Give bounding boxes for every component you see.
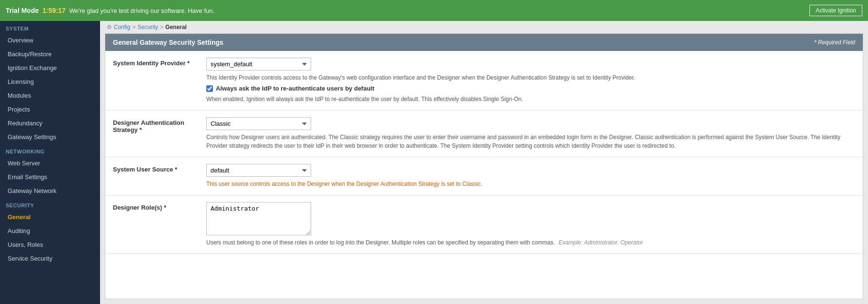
- form-card: General Gateway Security Settings * Requ…: [105, 33, 863, 299]
- checkbox-idp-label: Always ask the IdP to re-authenticate us…: [216, 85, 374, 92]
- form-title: General Gateway Security Settings: [113, 39, 223, 46]
- label-identity-provider: System Identity Provider *: [113, 58, 199, 67]
- form-card-header: General Gateway Security Settings * Requ…: [105, 34, 863, 51]
- checkbox-idp-reauth[interactable]: [206, 85, 213, 92]
- breadcrumb-sep1: >: [132, 24, 136, 30]
- breadcrumb: ⚙ Config > Security > General: [100, 21, 868, 33]
- breadcrumb-config[interactable]: Config: [114, 24, 131, 30]
- activate-ignition-button[interactable]: Activate Ignition: [809, 5, 862, 16]
- select-designer-auth[interactable]: Classic Identity Provider: [206, 117, 311, 130]
- sidebar-item-backup-restore[interactable]: Backup/Restore: [0, 47, 100, 61]
- desc-user-source: This user source controls access to the …: [206, 180, 855, 188]
- form-row-designer-roles: Designer Role(s) * Administrator Users m…: [105, 195, 863, 254]
- sidebar-item-general[interactable]: General: [0, 210, 100, 224]
- sidebar-item-email-settings[interactable]: Email Settings: [0, 170, 100, 184]
- content-area: ⚙ Config > Security > General General Ga…: [100, 21, 868, 304]
- sidebar-item-overview[interactable]: Overview: [0, 33, 100, 47]
- sidebar-item-auditing[interactable]: Auditing: [0, 224, 100, 238]
- desc-identity-provider: This Identity Provider controls access t…: [206, 73, 855, 82]
- sidebar-item-service-security[interactable]: Service Security: [0, 252, 100, 265]
- content-identity-provider: system_default default This Identity Pro…: [206, 58, 855, 103]
- checkbox-row-idp: Always ask the IdP to re-authenticate us…: [206, 85, 855, 92]
- form-row-identity-provider: System Identity Provider * system_defaul…: [105, 51, 863, 111]
- sidebar-item-modules[interactable]: Modules: [0, 89, 100, 102]
- sidebar-section-networking: NETWORKING: [0, 144, 100, 156]
- content-designer-roles: Administrator Users must belong to one o…: [206, 202, 855, 247]
- form-row-designer-auth: Designer Authentication Strategy * Class…: [105, 111, 863, 157]
- sidebar-item-users-roles[interactable]: Users, Roles: [0, 238, 100, 252]
- label-user-source: System User Source *: [113, 164, 199, 173]
- sidebar-item-redundancy[interactable]: Redundancy: [0, 116, 100, 130]
- sidebar-item-projects[interactable]: Projects: [0, 102, 100, 116]
- label-designer-roles: Designer Role(s) *: [113, 202, 199, 211]
- example-roles: Example: Administrator, Operator: [559, 239, 643, 246]
- sidebar: SYSTEM Overview Backup/Restore Ignition …: [0, 21, 100, 304]
- sidebar-item-gateway-settings[interactable]: Gateway Settings: [0, 130, 100, 144]
- breadcrumb-sep2: >: [160, 24, 163, 30]
- select-identity-provider[interactable]: system_default default: [206, 58, 311, 71]
- desc-designer-roles: Users must belong to one of these roles …: [206, 238, 555, 247]
- sidebar-item-licensing[interactable]: Licensing: [0, 75, 100, 89]
- sidebar-item-web-server[interactable]: Web Server: [0, 156, 100, 170]
- content-user-source: default This user source controls access…: [206, 164, 855, 188]
- content-designer-auth: Classic Identity Provider Controls how D…: [206, 117, 855, 150]
- breadcrumb-current: General: [165, 24, 187, 30]
- select-user-source[interactable]: default: [206, 164, 311, 177]
- trial-bar: Trial Mode 1:59:17 We're glad you're tes…: [0, 0, 868, 21]
- breadcrumb-security[interactable]: Security: [138, 24, 158, 30]
- desc-designer-auth: Controls how Designer users are authenti…: [206, 133, 855, 150]
- trial-mode-label: Trial Mode: [6, 7, 39, 14]
- main-layout: SYSTEM Overview Backup/Restore Ignition …: [0, 21, 868, 304]
- sidebar-section-security: SECURITY: [0, 198, 100, 210]
- textarea-designer-roles[interactable]: Administrator: [206, 202, 311, 235]
- desc-idp-checkbox: When enabled, Ignition will always ask t…: [206, 95, 855, 103]
- sidebar-item-gateway-network[interactable]: Gateway Network: [0, 184, 100, 198]
- sidebar-section-system: SYSTEM: [0, 21, 100, 33]
- form-row-user-source: System User Source * default This user s…: [105, 157, 863, 195]
- trial-message: We're glad you're test driving our softw…: [70, 7, 806, 14]
- trial-timer: 1:59:17: [42, 7, 65, 14]
- gear-icon: ⚙: [107, 24, 112, 30]
- sidebar-item-ignition-exchange[interactable]: Ignition Exchange: [0, 61, 100, 75]
- required-field-note: * Required Field: [814, 39, 855, 46]
- label-designer-auth: Designer Authentication Strategy *: [113, 117, 199, 133]
